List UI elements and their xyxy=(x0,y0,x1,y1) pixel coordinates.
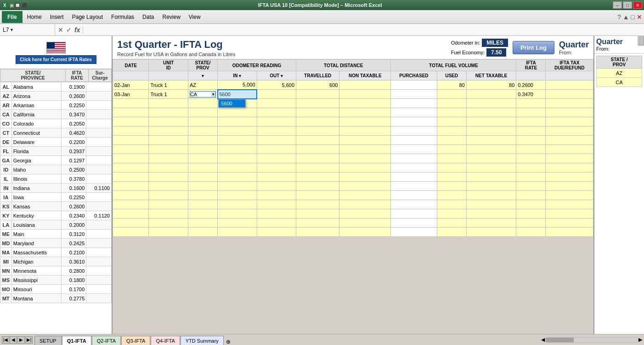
log-state-cell[interactable]: AZ xyxy=(188,80,217,90)
state-abbr-cell: MD xyxy=(0,239,12,248)
maximize-button[interactable]: □ xyxy=(623,1,632,9)
log-odo-out-cell[interactable]: 5,600 xyxy=(257,80,296,90)
log-odo-in-cell-typing[interactable]: 5600 5600 xyxy=(218,90,257,99)
cancel-formula-icon[interactable]: ✕ xyxy=(57,26,64,34)
state-surcharge-cell xyxy=(86,220,112,230)
review-menu[interactable]: Review xyxy=(158,11,184,23)
data-menu[interactable]: Data xyxy=(139,11,158,23)
horizontal-scrollbar[interactable] xyxy=(546,337,638,343)
next-sheet-button[interactable]: ▶ xyxy=(17,336,25,344)
scroll-right-icon[interactable]: ▶ xyxy=(638,337,642,343)
log-unit-cell[interactable]: Truck 1 xyxy=(149,80,188,90)
log-ifta-tax-cell[interactable] xyxy=(546,80,593,90)
scroll-left-icon[interactable]: ◀ xyxy=(541,337,545,343)
state-rate-cell: 0.3780 xyxy=(61,174,86,184)
state-surcharge-cell xyxy=(86,128,112,138)
state-name-cell: Connecticut xyxy=(11,128,61,138)
state-name-cell: Montana xyxy=(11,294,61,303)
log-purchased-cell[interactable] xyxy=(391,80,437,90)
log-travelled-cell[interactable]: 600 xyxy=(296,80,339,90)
state-name-cell: Louisiana xyxy=(11,220,61,230)
non-taxable-subheader: NON TAXABLE xyxy=(339,71,391,80)
state-name-cell: Illinois xyxy=(11,174,61,184)
state-abbr-cell: AL xyxy=(0,82,12,92)
log-date-cell[interactable]: 02-Jan xyxy=(113,80,149,90)
state-name-cell: Colorado xyxy=(11,119,61,128)
states-scroll-area[interactable]: AL Alabama 0.1900 AZ Arizona 0.2600 AR A… xyxy=(0,82,112,334)
log-container[interactable]: DATE UNITID STATE/PROV ODOMETER READING … xyxy=(113,59,593,334)
state-list-item: MS Mississippi 0.1800 xyxy=(0,276,112,285)
state-abbr-cell: CT xyxy=(0,128,12,138)
view-menu[interactable]: View xyxy=(185,11,204,23)
restore-icon[interactable]: □ xyxy=(631,13,635,21)
formulas-menu[interactable]: Formulas xyxy=(107,11,138,23)
log-net-taxable-cell[interactable] xyxy=(466,90,516,99)
log-used-cell[interactable] xyxy=(437,90,466,99)
minimize-button[interactable]: – xyxy=(613,1,622,9)
print-log-button[interactable]: Print Log xyxy=(513,41,554,54)
log-odo-in-cell[interactable]: 5,000 xyxy=(218,80,257,90)
log-date-cell[interactable]: 03-Jan xyxy=(113,90,149,99)
insert-function-icon[interactable]: fx xyxy=(73,26,81,34)
log-data-row: 03-Jan Truck 1 CA ▾ 5600 5600 xyxy=(113,90,593,99)
confirm-formula-icon[interactable]: ✓ xyxy=(65,26,73,34)
help-icon[interactable]: ? xyxy=(617,13,621,21)
home-menu[interactable]: Home xyxy=(23,11,45,23)
state-surcharge-cell xyxy=(86,165,112,174)
state-abbr-cell: MI xyxy=(0,257,12,266)
close-excel-icon[interactable]: ✕ xyxy=(637,13,642,21)
setup-tab[interactable]: SETUP xyxy=(34,336,62,345)
log-non-taxable-cell[interactable] xyxy=(339,80,391,90)
purchased-subheader: PURCHASED xyxy=(391,71,437,80)
log-odo-out-cell[interactable] xyxy=(257,90,296,99)
h-scroll-thumb[interactable] xyxy=(546,338,574,342)
state-list-item: CO Colorado 0.2050 xyxy=(0,119,112,128)
file-menu[interactable]: File xyxy=(2,11,23,23)
q3-ifta-tab[interactable]: Q3-IFTA xyxy=(121,336,150,345)
state-abbr-cell: FL xyxy=(0,147,12,156)
q4-ifta-tab[interactable]: Q4-IFTA xyxy=(151,336,180,345)
scroll-thumb[interactable] xyxy=(638,36,644,46)
sheet-navigation[interactable]: |◀ ◀ ▶ ▶| xyxy=(0,336,34,344)
state-name-cell: Minnesota xyxy=(11,266,61,276)
formula-input[interactable] xyxy=(83,29,644,31)
log-ifta-rate-cell[interactable]: 0.2600 xyxy=(516,80,546,90)
state-rate-cell: 0.1700 xyxy=(61,285,86,294)
minimize-ribbon-icon[interactable]: ▲ xyxy=(623,13,629,21)
ytd-summary-tab[interactable]: YTD Summary xyxy=(181,336,224,345)
log-travelled-cell[interactable] xyxy=(296,90,339,99)
window-controls[interactable]: – □ ✕ xyxy=(613,1,642,9)
odo-in-subheader: IN ▾ xyxy=(218,71,257,80)
state-surcharge-cell xyxy=(86,119,112,128)
insert-menu[interactable]: Insert xyxy=(46,11,68,23)
log-purchased-cell[interactable] xyxy=(391,90,437,99)
last-sheet-button[interactable]: ▶| xyxy=(25,336,33,344)
log-net-taxable-cell[interactable]: 80 xyxy=(466,80,516,90)
horizontal-scroll[interactable]: ◀ ▶ xyxy=(539,337,644,343)
new-sheet-icon[interactable]: ⊕ xyxy=(224,339,232,345)
close-button[interactable]: ✕ xyxy=(633,1,642,9)
q1-ifta-tab[interactable]: Q1-IFTA xyxy=(62,336,91,345)
log-state-cell[interactable]: CA ▾ xyxy=(188,90,217,99)
log-ifta-rate-cell[interactable]: 0.3470 xyxy=(516,90,546,99)
menu-bar: File Home Insert Page Layout Formulas Da… xyxy=(0,10,644,24)
cell-ref-dropdown-icon[interactable]: ▾ xyxy=(11,27,13,32)
log-unit-cell[interactable]: Truck 1 xyxy=(149,90,188,99)
sheet-tabs[interactable]: SETUP Q1-IFTA Q2-IFTA Q3-IFTA Q4-IFTA YT… xyxy=(34,334,232,345)
prev-sheet-button[interactable]: ◀ xyxy=(10,336,17,344)
empty-log-row xyxy=(113,136,593,145)
page-layout-menu[interactable]: Page Layout xyxy=(68,11,107,23)
log-data-row: 02-Jan Truck 1 AZ 5,000 5,600 600 80 80 … xyxy=(113,80,593,90)
state-surcharge-cell xyxy=(86,138,112,147)
cell-reference-box[interactable]: L7 ▾ xyxy=(0,24,55,35)
q2-ifta-tab[interactable]: Q2-IFTA xyxy=(92,336,121,345)
state-surcharge-cell xyxy=(86,285,112,294)
state-name-cell: Michigan xyxy=(11,257,61,266)
log-used-cell[interactable]: 80 xyxy=(437,80,466,90)
first-sheet-button[interactable]: |◀ xyxy=(2,336,9,344)
ifta-rates-link-button[interactable]: Click here for Current IFTA Rates xyxy=(16,55,96,64)
odo-in-dropdown[interactable]: 5600 xyxy=(218,99,246,108)
right-scrollbar[interactable] xyxy=(638,36,644,46)
log-non-taxable-cell[interactable] xyxy=(339,90,391,99)
log-ifta-tax-cell[interactable] xyxy=(546,90,593,99)
